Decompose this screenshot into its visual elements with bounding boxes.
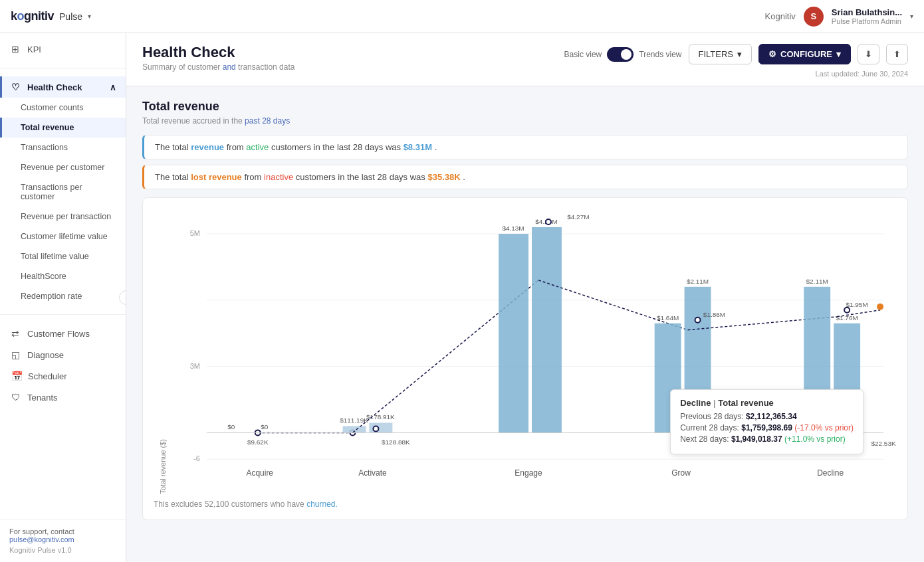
main-layout: ‹ ⊞ KPI ♡ Health Check ∧ Customer counts…	[0, 33, 924, 562]
info-lost-from: from	[244, 172, 264, 182]
sidebar-item-diagnose[interactable]: ◱ Diagnose	[0, 344, 126, 365]
support-email[interactable]: pulse@kognitiv.com	[9, 535, 116, 543]
trend-dot-decline-end	[877, 304, 883, 310]
subtitle-start: Summary of customer	[142, 62, 220, 72]
trend-dot-activate	[373, 426, 378, 431]
avatar: S	[804, 7, 824, 27]
content-area: Total revenue Total revenue accrued in t…	[126, 86, 924, 533]
info-active-period: .	[435, 142, 437, 152]
sidebar-item-kpi[interactable]: ⊞ KPI	[0, 39, 126, 60]
share-button[interactable]: ⬆	[886, 44, 908, 64]
subtitle-end: transaction data	[238, 62, 294, 72]
sidebar-item-healthscore[interactable]: HealthScore	[0, 266, 126, 286]
nav-brand: kognitiv Pulse ▾	[11, 9, 91, 23]
tooltip-row-2: Current 28 days: $1,759,398.69 (-17.0% v…	[680, 423, 854, 432]
page-title: Health Check	[142, 44, 294, 61]
total-lifetime-label: Total lifetime value	[21, 252, 89, 261]
nav-section-health: ♡ Health Check ∧ Customer counts Total r…	[0, 71, 126, 312]
revenue-per-transaction-label: Revenue per transaction	[21, 212, 111, 221]
svg-text:$1.86M: $1.86M	[703, 310, 725, 318]
chart-wrap: Total revenue ($) 5M 3M -6	[154, 209, 897, 494]
download-icon: ⬇	[865, 49, 872, 59]
page-subtitle: Summary of customer and transaction data	[142, 62, 294, 72]
page-title-area: Health Check Summary of customer and tra…	[142, 44, 294, 72]
tooltip-row3-label: Next 28 days:	[680, 434, 729, 444]
health-check-collapse-icon[interactable]: ∧	[110, 82, 116, 92]
configure-chevron-icon: ▾	[836, 49, 841, 59]
kognitiv-label: Kognitiv	[765, 11, 796, 21]
sidebar-item-revenue-per-customer[interactable]: Revenue per customer	[0, 157, 126, 177]
view-toggle-switch[interactable]	[607, 47, 634, 62]
tooltip-row-3: Next 28 days: $1,949,018.37 (+11.0% vs p…	[680, 434, 854, 444]
nav-section-other: ⇄ Customer Flows ◱ Diagnose 📅 Scheduler …	[0, 318, 126, 413]
sidebar-item-transactions[interactable]: Transactions	[0, 138, 126, 157]
tooltip-row2-change: (-17.0% vs prior)	[794, 423, 854, 432]
share-icon: ⬆	[893, 49, 901, 59]
info-lost-value: $35.38K	[427, 172, 460, 182]
sidebar-item-customer-counts[interactable]: Customer counts	[0, 98, 126, 118]
sidebar-item-transactions-per-customer[interactable]: Transactions per customer	[0, 177, 126, 207]
desc-highlight: past 28 days	[245, 116, 290, 126]
svg-text:$1.64M: $1.64M	[657, 314, 679, 321]
top-navigation: kognitiv Pulse ▾ Kognitiv S Srian Bulath…	[0, 0, 924, 33]
sidebar-item-tenants[interactable]: 🛡 Tenants	[0, 387, 126, 408]
bar-engage-1[interactable]	[499, 234, 528, 432]
sidebar-item-kpi-label: KPI	[27, 45, 41, 54]
health-icon: ♡	[11, 82, 22, 92]
info-lost-prefix: The total	[155, 172, 191, 182]
diagnose-label: Diagnose	[27, 350, 64, 360]
sidebar-item-customer-lifetime[interactable]: Customer lifetime value	[0, 227, 126, 246]
svg-text:Decline: Decline	[817, 468, 844, 478]
configure-label: CONFIGURE	[780, 49, 832, 59]
total-revenue-label: Total revenue	[21, 123, 74, 132]
svg-text:-6: -6	[193, 454, 200, 462]
sidebar-item-total-revenue[interactable]: Total revenue	[0, 118, 126, 138]
svg-text:$0: $0	[227, 423, 235, 430]
churn-link[interactable]: churned.	[306, 500, 338, 509]
tooltip-subtitle: Total revenue	[718, 398, 774, 408]
churn-note: This excludes 52,100 customers who have …	[154, 500, 897, 509]
sidebar-item-health-check[interactable]: ♡ Health Check ∧	[0, 76, 126, 98]
basic-view-label: Basic view	[564, 50, 602, 59]
divider-1	[0, 68, 126, 68]
svg-text:$2.11M: $2.11M	[687, 278, 709, 285]
trend-dot-engage	[546, 219, 551, 225]
app-dropdown-icon[interactable]: ▾	[88, 13, 91, 20]
download-button[interactable]: ⬇	[858, 44, 879, 64]
filters-button[interactable]: FILTERS ▾	[689, 44, 752, 64]
tooltip-row3-change: (+11.0% vs prior)	[784, 434, 846, 444]
tooltip-row-1: Previous 28 days: $2,112,365.34	[680, 412, 854, 421]
chart-inner: 5M 3M -6 $0 $0	[167, 214, 897, 494]
y-axis-label: Total revenue ($)	[154, 439, 167, 494]
tenants-icon: 🛡	[11, 392, 22, 403]
tooltip-row2-value: $1,759,398.69	[741, 423, 792, 432]
desc-prefix: Total revenue accrued in the	[142, 116, 243, 126]
info-inactive-status: inactive	[264, 172, 293, 182]
sidebar-item-customer-flows[interactable]: ⇄ Customer Flows	[0, 323, 126, 344]
info-lost-period: .	[463, 172, 465, 182]
user-dropdown-icon[interactable]: ▾	[910, 13, 913, 20]
gear-icon: ⚙	[768, 49, 776, 59]
info-active-suffix: customers in the last 28 days was	[271, 142, 404, 152]
tooltip-row1-label: Previous 28 days:	[680, 412, 743, 421]
bar-engage-2[interactable]	[532, 227, 562, 432]
sidebar-item-total-lifetime[interactable]: Total lifetime value	[0, 246, 126, 266]
sidebar-item-redemption-rate[interactable]: Redemption rate	[0, 286, 126, 306]
svg-text:$9.62K: $9.62K	[247, 438, 269, 446]
filters-label: FILTERS	[699, 49, 734, 59]
revenue-per-customer-label: Revenue per customer	[21, 163, 104, 172]
version-label: Kognitiv Pulse v1.0	[9, 546, 116, 554]
customer-counts-label: Customer counts	[21, 103, 83, 112]
grid-icon: ⊞	[11, 44, 22, 54]
configure-button[interactable]: ⚙ CONFIGURE ▾	[758, 44, 851, 64]
svg-text:5M: 5M	[190, 229, 200, 237]
subtitle-and: and	[223, 62, 238, 72]
info-active-from: from	[227, 142, 247, 152]
section-description: Total revenue accrued in the past 28 day…	[142, 116, 908, 126]
trends-view-label: Trends view	[639, 50, 681, 59]
sidebar-item-scheduler[interactable]: 📅 Scheduler	[0, 365, 126, 387]
sidebar-item-revenue-per-transaction[interactable]: Revenue per transaction	[0, 207, 126, 227]
chart-container: Total revenue ($) 5M 3M -6	[142, 197, 908, 520]
divider-2	[0, 314, 126, 315]
scheduler-icon: 📅	[11, 371, 23, 381]
